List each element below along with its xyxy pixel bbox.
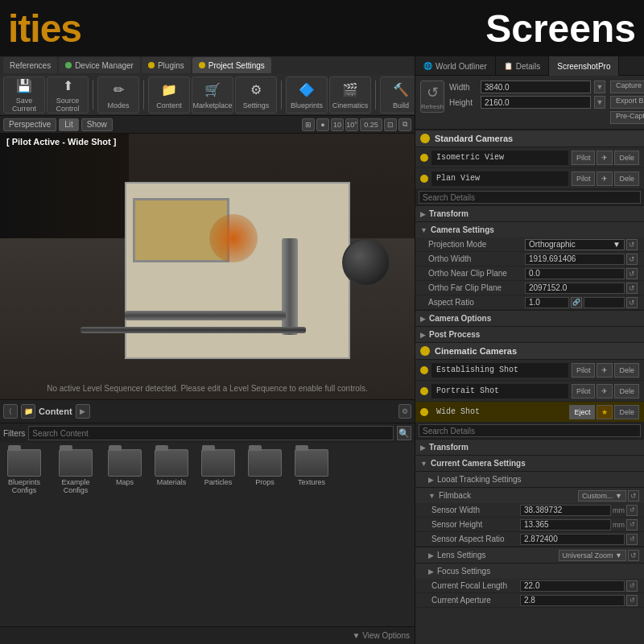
export-buffers-btn[interactable]: Export Buffers bbox=[610, 96, 644, 109]
folder-blueprints[interactable]: Blueprints Configs bbox=[5, 449, 43, 494]
lens-header[interactable]: ▶ Lens Settings Universal Zoom ▼ ↺ bbox=[415, 547, 644, 563]
aspect-ratio-value[interactable]: 1.0 bbox=[525, 297, 569, 308]
wide-eject-btn[interactable]: Eject bbox=[569, 405, 595, 419]
cinematic-cameras-header[interactable]: Cinematic Cameras bbox=[415, 342, 644, 360]
seq-settings[interactable]: ⚙ bbox=[398, 404, 411, 419]
focal-length-value[interactable]: 22.0 bbox=[520, 580, 625, 592]
focal-length-reset[interactable]: ↺ bbox=[626, 580, 638, 592]
search-details-input-1[interactable] bbox=[419, 191, 641, 204]
camera-options-header[interactable]: ▶ Camera Options bbox=[415, 310, 644, 326]
seq-btn-2[interactable]: ▶ bbox=[76, 404, 90, 419]
sensor-aspect-reset[interactable]: ↺ bbox=[626, 534, 638, 545]
width-expand-btn[interactable]: ▼ bbox=[594, 80, 605, 93]
plan-fly-btn[interactable]: ✈ bbox=[597, 171, 613, 186]
transform-header[interactable]: ▶ Transform bbox=[415, 205, 644, 221]
ortho-near-reset[interactable]: ↺ bbox=[626, 268, 638, 279]
lens-preset-select[interactable]: Universal Zoom ▼ bbox=[559, 550, 626, 561]
plan-delete-btn[interactable]: Dele bbox=[614, 171, 639, 186]
camera-plan[interactable]: Plan View Pilot ✈ Dele bbox=[415, 168, 644, 189]
focus-header[interactable]: ▶ Focus Settings bbox=[415, 563, 644, 579]
camera-portrait[interactable]: Portrait Shot Pilot ✈ Dele bbox=[415, 381, 644, 402]
ortho-near-value[interactable]: 0.0 bbox=[525, 268, 625, 279]
refresh-button[interactable]: ↺ Refresh bbox=[420, 80, 444, 113]
aperture-reset[interactable]: ↺ bbox=[626, 595, 638, 606]
sensor-height-reset[interactable]: ↺ bbox=[626, 519, 638, 530]
folder-materials[interactable]: Materials bbox=[155, 449, 188, 486]
vb-icon-1[interactable]: ⊞ bbox=[302, 118, 315, 131]
mode-show[interactable]: Show bbox=[81, 118, 113, 131]
tab-details[interactable]: 📋 Details bbox=[496, 56, 550, 76]
tab-world-outliner[interactable]: 🌐 World Outliner bbox=[415, 56, 496, 76]
post-process-header[interactable]: ▶ Post Process bbox=[415, 326, 644, 342]
toolbar-blueprints[interactable]: 🔷 Blueprints bbox=[286, 76, 328, 114]
standard-cameras-header[interactable]: Standard Cameras bbox=[415, 130, 644, 147]
portrait-pilot-btn[interactable]: Pilot bbox=[572, 384, 596, 398]
vb-icon-5[interactable]: 0.25 bbox=[360, 118, 382, 131]
portrait-delete-btn[interactable]: Dele bbox=[614, 384, 639, 398]
establishing-delete-btn[interactable]: Dele bbox=[614, 363, 639, 378]
capture-hdr-btn[interactable]: Capture HDR bbox=[610, 80, 644, 93]
height-expand-btn[interactable]: ▼ bbox=[594, 96, 605, 109]
seq-folder[interactable]: 📁 bbox=[21, 404, 35, 419]
lens-reset[interactable]: ↺ bbox=[628, 550, 639, 561]
aperture-value[interactable]: 2.8 bbox=[520, 595, 625, 606]
height-input[interactable] bbox=[481, 96, 591, 109]
search-submit-icon[interactable]: 🔍 bbox=[397, 426, 411, 440]
camera-isometric[interactable]: Isometric View Pilot ✈ Dele bbox=[415, 147, 644, 168]
transform-header-2[interactable]: ▶ Transform bbox=[415, 439, 644, 455]
mode-perspective[interactable]: Perspective bbox=[3, 118, 56, 131]
mode-lit[interactable]: Lit bbox=[59, 118, 79, 131]
ortho-width-reset[interactable]: ↺ bbox=[626, 254, 638, 265]
sensor-height-value[interactable]: 13.365 bbox=[520, 519, 611, 530]
camera-establishing[interactable]: Establishing Shot Pilot ✈ Dele bbox=[415, 360, 644, 381]
wide-gold-btn[interactable]: ★ bbox=[597, 405, 613, 419]
vb-icon-6[interactable]: ⊡ bbox=[384, 118, 397, 131]
tab-screenshot-pro[interactable]: ScreenshotPro bbox=[549, 56, 619, 76]
ortho-width-value[interactable]: 1919.691406 bbox=[525, 254, 625, 265]
pre-capture-btn[interactable]: Pre-Capture Delay bbox=[610, 111, 644, 124]
width-input[interactable] bbox=[481, 80, 591, 93]
aspect-link-icon[interactable]: 🔗 bbox=[571, 297, 582, 308]
tab-references[interactable]: References bbox=[3, 57, 57, 73]
content-search-input[interactable] bbox=[28, 426, 394, 440]
camera-wide[interactable]: Wide Shot Eject ★ Dele bbox=[415, 402, 644, 423]
filmback-reset[interactable]: ↺ bbox=[628, 490, 639, 502]
view-options-btn[interactable]: ▼ View Options bbox=[353, 631, 410, 640]
ortho-far-value[interactable]: 2097152.0 bbox=[525, 283, 625, 294]
vb-icon-7[interactable]: ⧉ bbox=[398, 118, 411, 131]
folder-maps[interactable]: Maps bbox=[108, 449, 142, 486]
sensor-aspect-value[interactable]: 2.872400 bbox=[520, 534, 625, 545]
projection-mode-reset[interactable]: ↺ bbox=[626, 239, 638, 250]
toolbar-save-current[interactable]: 💾 Save Current bbox=[3, 76, 45, 114]
tab-project-settings[interactable]: Project Settings bbox=[192, 57, 271, 73]
plan-pilot-btn[interactable]: Pilot bbox=[572, 171, 596, 186]
sensor-width-reset[interactable]: ↺ bbox=[626, 505, 638, 516]
toolbar-content[interactable]: 📁 Content bbox=[148, 76, 190, 114]
camera-settings-header[interactable]: ▼ Camera Settings bbox=[415, 221, 644, 237]
aspect-ratio-reset[interactable]: ↺ bbox=[626, 297, 638, 308]
current-camera-header[interactable]: ▼ Current Camera Settings bbox=[415, 455, 644, 471]
toolbar-cinematics[interactable]: 🎬 Cinematics bbox=[329, 76, 371, 114]
filmback-header[interactable]: ▼ Filmback Custom... ▼ ↺ bbox=[415, 487, 644, 503]
ortho-far-reset[interactable]: ↺ bbox=[626, 283, 638, 294]
seq-btn-1[interactable]: ⟨ bbox=[3, 404, 18, 419]
tab-plugins[interactable]: Plugins bbox=[142, 57, 191, 73]
search-details-input-2[interactable] bbox=[419, 424, 641, 437]
lookat-header[interactable]: ▶ Looat Tracking Settings bbox=[415, 471, 644, 487]
tab-device-manager[interactable]: Device Manager bbox=[59, 57, 140, 73]
toolbar-settings[interactable]: ⚙ Settings bbox=[235, 76, 277, 114]
toolbar-marketplace[interactable]: 🛒 Marketplace bbox=[192, 76, 233, 114]
establishing-fly-btn[interactable]: ✈ bbox=[597, 363, 613, 378]
vb-icon-4[interactable]: 10° bbox=[345, 118, 358, 131]
establishing-pilot-btn[interactable]: Pilot bbox=[572, 363, 596, 378]
projection-mode-select[interactable]: Orthographic ▼ bbox=[525, 239, 625, 250]
isometric-delete-btn[interactable]: Dele bbox=[614, 151, 639, 165]
sensor-width-value[interactable]: 38.389732 bbox=[520, 505, 611, 516]
portrait-fly-btn[interactable]: ✈ bbox=[597, 384, 613, 398]
filmback-preset-select[interactable]: Custom... ▼ bbox=[578, 490, 626, 502]
folder-example[interactable]: Example Configs bbox=[56, 449, 95, 494]
toolbar-source-control[interactable]: ⬆ Source Control bbox=[47, 76, 89, 114]
folder-props[interactable]: Props bbox=[248, 449, 282, 486]
folder-textures[interactable]: Textures bbox=[295, 449, 328, 486]
wide-delete-btn[interactable]: Dele bbox=[614, 405, 639, 419]
